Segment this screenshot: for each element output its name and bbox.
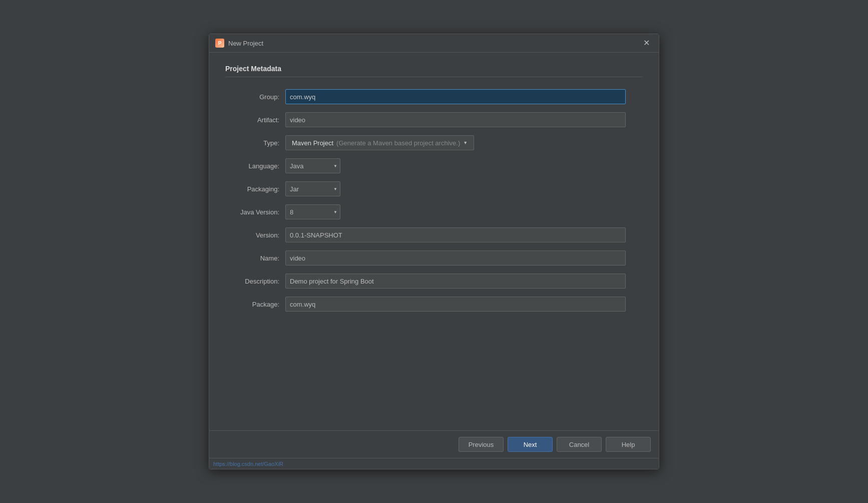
java-version-label: Java Version: <box>225 208 285 216</box>
package-label: Package: <box>225 301 285 308</box>
type-select[interactable]: Maven Project (Generate a Maven based pr… <box>285 135 474 150</box>
type-row: Type: Maven Project (Generate a Maven ba… <box>225 135 643 150</box>
group-label: Group: <box>225 93 285 101</box>
description-input[interactable] <box>285 274 626 289</box>
type-dropdown-arrow: ▼ <box>463 140 468 145</box>
new-project-dialog: P New Project ✕ Project Metadata Group: … <box>209 34 659 469</box>
title-bar-left: P New Project <box>215 39 263 48</box>
artifact-input[interactable] <box>285 112 626 127</box>
packaging-row: Packaging: Jar War <box>225 181 643 196</box>
version-input[interactable] <box>285 227 626 242</box>
artifact-row: Artifact: <box>225 112 643 127</box>
language-select[interactable]: Java Kotlin Groovy <box>285 158 340 173</box>
packaging-label: Packaging: <box>225 185 285 193</box>
java-version-select[interactable]: 8 11 17 21 <box>285 204 340 219</box>
name-label: Name: <box>225 255 285 262</box>
group-input[interactable] <box>285 89 626 104</box>
dialog-content: Project Metadata Group: Artifact: Type: … <box>209 53 659 430</box>
name-input[interactable] <box>285 250 626 266</box>
packaging-select[interactable]: Jar War <box>285 181 340 196</box>
language-label: Language: <box>225 162 285 170</box>
package-row: Package: <box>225 297 643 312</box>
type-label: Type: <box>225 139 285 147</box>
description-row: Description: <box>225 274 643 289</box>
cancel-button[interactable]: Cancel <box>557 437 602 452</box>
language-row: Language: Java Kotlin Groovy <box>225 158 643 173</box>
section-title: Project Metadata <box>225 65 643 77</box>
packaging-select-wrapper: Jar War <box>285 181 340 196</box>
artifact-label: Artifact: <box>225 116 285 124</box>
title-bar: P New Project ✕ <box>209 34 659 53</box>
app-icon: P <box>215 39 224 48</box>
description-label: Description: <box>225 278 285 285</box>
language-select-wrapper: Java Kotlin Groovy <box>285 158 340 173</box>
close-button[interactable]: ✕ <box>640 38 653 48</box>
previous-button[interactable]: Previous <box>459 437 504 452</box>
version-label: Version: <box>225 231 285 239</box>
group-row: Group: <box>225 89 643 104</box>
next-button[interactable]: Next <box>508 437 553 452</box>
status-bar: https://blog.csdn.net/GaoXiR <box>209 458 659 469</box>
type-bold-text: Maven Project <box>292 139 333 147</box>
dialog-footer: Previous Next Cancel Help <box>209 430 659 458</box>
java-version-row: Java Version: 8 11 17 21 <box>225 204 643 219</box>
package-input[interactable] <box>285 297 626 312</box>
status-bar-link[interactable]: https://blog.csdn.net/GaoXiR <box>213 461 283 467</box>
java-version-select-wrapper: 8 11 17 21 <box>285 204 340 219</box>
type-desc-text: (Generate a Maven based project archive.… <box>336 139 460 147</box>
window-title: New Project <box>228 40 263 47</box>
version-row: Version: <box>225 227 643 242</box>
help-button[interactable]: Help <box>606 437 651 452</box>
name-row: Name: <box>225 250 643 266</box>
